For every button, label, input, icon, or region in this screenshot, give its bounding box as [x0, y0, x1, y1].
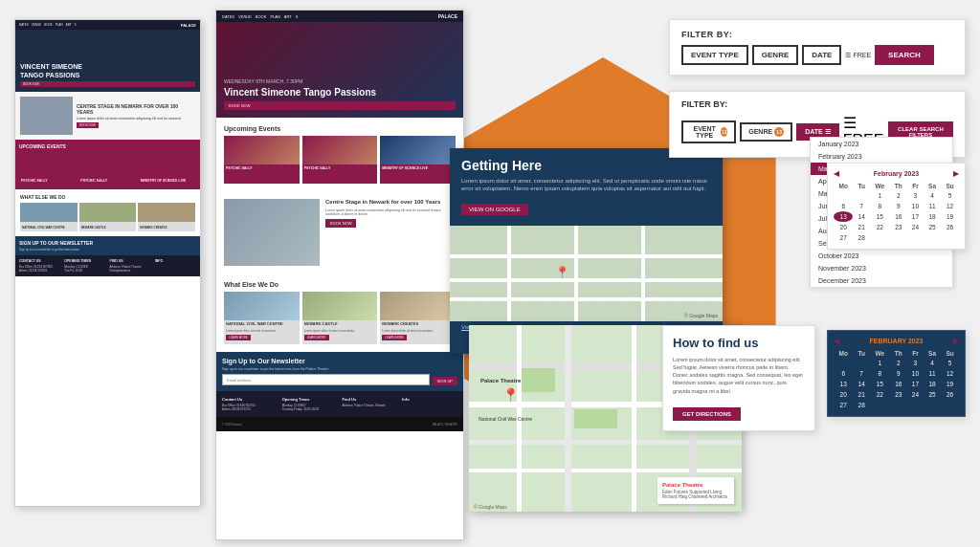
- filter-panel-bottom: FILTER BY: EVENT TYPE 13 GENRE 13 DATE ☰…: [669, 91, 966, 158]
- how-to-find-panel: How to find us Lorem ipsum dolor sit ame…: [662, 325, 815, 431]
- map-card-overlay: Palace Theatre Eden Futures Supported Li…: [657, 477, 734, 504]
- medium-newsletter: Sign Up to Our Newsletter Sign up to our…: [216, 352, 463, 391]
- cal-top-table: MoTuWeThFrSaSu 12345 6789101112 13141516…: [834, 182, 959, 243]
- map-large-pin: 📍: [502, 387, 519, 403]
- event-type-badge: 13: [721, 127, 727, 137]
- small-center-img: [20, 97, 73, 135]
- medium-center: Centre Stage in Newark for over 100 Year…: [216, 191, 463, 274]
- calendar-bottom: ◀ FEBRUARY 2023 ▶ MoTuWeThFrSaSu 12345 6…: [827, 330, 966, 417]
- cal-bottom-prev[interactable]: ◀: [834, 337, 839, 345]
- medium-center-title: Centre Stage in Newark for over 100 Year…: [325, 199, 456, 207]
- medium-newsletter-title: Sign Up to Our Newsletter: [222, 358, 457, 364]
- filter-search-btn[interactable]: SEARCH: [875, 45, 934, 65]
- small-center: CENTRE STAGE IN NEWARK FOR OVER 100 YEAR…: [15, 92, 200, 140]
- small-hero-title: VINCENT SIMEONETANGO PASSIONS: [20, 63, 195, 79]
- cal-bottom-title: FEBRUARY 2023: [869, 338, 923, 344]
- map-label-civil: National Civil War Centre: [479, 416, 532, 422]
- filter-date-btn[interactable]: DATE: [802, 45, 841, 65]
- filter-free-label: ☰ FREE: [845, 52, 871, 59]
- medium-hero: WEDNESDAY 9TH MARCH, 7.30PM Vincent Sime…: [216, 22, 463, 118]
- how-to-find-title: How to find us: [673, 336, 805, 351]
- small-hero: VINCENT SIMEONETANGO PASSIONS BOOK NOW: [15, 30, 200, 92]
- getting-here-map: 📍 © Google Maps: [450, 226, 723, 321]
- filter-top-label: FILTER BY:: [681, 30, 953, 39]
- getting-here-header: Getting Here Lorem ipsum dolor sit amet,…: [450, 148, 723, 226]
- month-dec[interactable]: December 2023: [811, 274, 952, 287]
- medium-center-btn: BOOK NOW: [325, 219, 356, 228]
- how-to-find-body: Lorem ipsum dolor sit amet, consectetur …: [673, 356, 805, 395]
- filter-bottom-label: FILTER BY:: [681, 99, 953, 109]
- small-hero-btn: BOOK NOW: [20, 81, 195, 87]
- mockup-medium: DATESVENUEBOOKPLANARTS PALACE WEDNESDAY …: [215, 10, 464, 540]
- small-footer: CONTACT USBox Office: 01234 567890Admin:…: [15, 255, 200, 276]
- get-directions-btn[interactable]: GET DIRECTIONS: [673, 407, 741, 421]
- filter-genre-btn[interactable]: GENRE: [752, 45, 798, 65]
- cal-top-header: ◀ February 2023 ▶: [834, 169, 959, 178]
- medium-what: What Else We Do National Civil War Centr…: [216, 274, 463, 352]
- filter-panel-top: FILTER BY: EVENT TYPE GENRE DATE ☰ FREE …: [669, 19, 966, 76]
- medium-newsletter-text: Sign up to our newsletter to get the lat…: [222, 367, 457, 371]
- mockup-small: DATESVENUEBOOKPLANARTS PALACE VINCENT SI…: [14, 19, 201, 507]
- cal-top-prev[interactable]: ◀: [834, 169, 839, 178]
- cal-bottom-next[interactable]: ▶: [953, 337, 959, 345]
- map-label-palace: Palace Theatre: [480, 378, 521, 383]
- map-pin: 📍: [555, 266, 569, 279]
- small-center-text: CENTRE STAGE IN NEWARK FOR OVER 100 YEAR…: [77, 103, 195, 128]
- medium-hero-title: Vincent Simeone Tango Passions: [224, 87, 456, 98]
- cal-bottom-table: MoTuWeThFrSaSu 12345 6789101112 13141516…: [834, 349, 959, 410]
- medium-center-body: Lorem ipsum dolor sit amet consectetur a…: [325, 208, 456, 216]
- getting-here-title: Getting Here: [461, 158, 711, 173]
- genre-badge: 13: [774, 127, 784, 137]
- small-nav: DATESVENUEBOOKPLANARTS PALACE: [15, 20, 200, 30]
- filter-icon: ☰: [845, 52, 851, 59]
- getting-here-body: Lorem ipsum dolor sit amet, consectetur …: [461, 177, 711, 193]
- cal-bottom-header: ◀ FEBRUARY 2023 ▶: [834, 337, 959, 345]
- filter-event-type-btn[interactable]: EVENT TYPE: [681, 45, 748, 65]
- calendar-top: ◀ February 2023 ▶ MoTuWeThFrSaSu 12345 6…: [827, 163, 966, 250]
- small-what: WHAT ELSE WE DO NATIONAL CIVIL WAR CENTR…: [15, 189, 200, 236]
- medium-upcoming: Upcoming Events Psychic Sally Psychic Sa…: [216, 118, 463, 191]
- getting-here-panel: Getting Here Lorem ipsum dolor sit amet,…: [450, 148, 723, 354]
- month-oct[interactable]: October 2023: [811, 250, 952, 262]
- cal-top-title: February 2023: [874, 170, 919, 177]
- medium-footer: Contact UsBox Office: 01636 655755Admin:…: [216, 391, 463, 417]
- month-feb[interactable]: February 2023: [811, 150, 952, 163]
- month-jan[interactable]: January 2023: [811, 138, 952, 150]
- filter-bottom-genre-btn[interactable]: GENRE 13: [740, 122, 792, 142]
- month-nov[interactable]: November 2023: [811, 262, 952, 274]
- view-google-btn[interactable]: VIEW ON GOOGLE: [461, 204, 528, 215]
- medium-nav: DATESVENUEBOOKPLANARTS PALACE: [216, 11, 463, 22]
- small-newsletter: SIGN UP TO OUR NEWSLETTER Sign up to our…: [15, 236, 200, 255]
- cal-top-next[interactable]: ▶: [953, 169, 959, 178]
- medium-footer-bottom: © 2023 Newark PALACE THEATRE: [216, 417, 463, 431]
- filter-bottom-event-btn[interactable]: EVENT TYPE 13: [681, 120, 736, 143]
- date-icon: ☰: [825, 128, 831, 136]
- medium-what-title: What Else We Do: [224, 281, 456, 288]
- medium-upcoming-title: Upcoming Events: [224, 125, 456, 132]
- medium-hero-btn: BOOK NOW: [224, 101, 456, 110]
- small-upcoming: UPCOMING EVENTS PSYCHIC SALLY PSYCHIC SA…: [15, 140, 200, 189]
